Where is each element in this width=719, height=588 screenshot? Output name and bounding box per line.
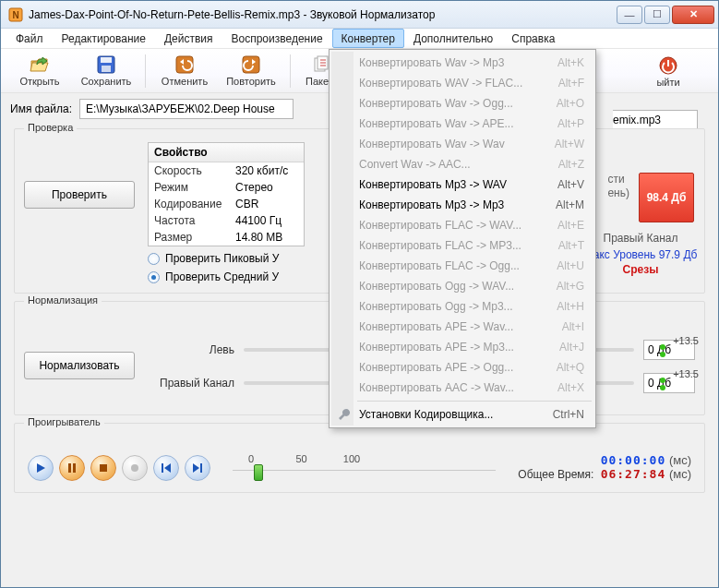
- play-button[interactable]: [28, 455, 54, 481]
- dd-wav-wav[interactable]: Конвертировать Wav -> WavAlt+W: [331, 134, 593, 154]
- menu-converter[interactable]: Конвертер: [332, 29, 404, 48]
- dd-aac-wav[interactable]: Конвертировать AAC -> Wav...Alt+X: [331, 378, 593, 398]
- redo-label: Повторить: [226, 76, 276, 87]
- svg-rect-14: [162, 463, 163, 473]
- menubar: Файл Редактирование Действия Воспроизвед…: [1, 29, 718, 49]
- radio-icon: [148, 271, 160, 283]
- radio-icon: [148, 253, 160, 265]
- svg-text:N: N: [12, 10, 18, 20]
- app-icon: N: [8, 7, 23, 22]
- right-hint: сти ень): [607, 173, 629, 200]
- titlebar: N James-Dax-Point-Of-No-Return-Pete-Bell…: [1, 1, 718, 29]
- dd-ape-ogg[interactable]: Конвертировать APE -> Ogg...Alt+Q: [331, 357, 593, 378]
- exit-label: ыйти: [656, 77, 679, 88]
- menu-actions[interactable]: Действия: [155, 29, 222, 48]
- svg-rect-15: [200, 463, 202, 473]
- time-current-row: 00:00:00 (мс): [518, 453, 691, 467]
- table-row: Скорость320 кбит/с: [149, 162, 304, 179]
- filename-suffix-box: emix.mp3: [613, 110, 698, 130]
- next-button[interactable]: [185, 455, 210, 481]
- player-group-label: Проигрыватель: [24, 416, 104, 427]
- undo-button[interactable]: Отменить: [151, 51, 218, 91]
- dd-wav-mp3[interactable]: Конвертировать Wav -> Mp3Alt+K: [331, 53, 593, 73]
- filename-suffix: emix.mp3: [613, 114, 661, 126]
- svg-rect-6: [243, 56, 259, 73]
- dd-mp3-wav[interactable]: Конвертировать Mp3 -> WAVAlt+V: [331, 174, 593, 195]
- menu-edit[interactable]: Редактирование: [53, 29, 155, 48]
- ruler-tick: 50: [295, 453, 306, 464]
- check-group-label: Проверка: [24, 122, 77, 133]
- normalize-group-label: Нормализация: [24, 294, 102, 306]
- radio-peak[interactable]: Проверить Пиковый У: [148, 252, 305, 265]
- normalize-button[interactable]: Нормализовать: [24, 352, 135, 379]
- time-total-row: Общее Время: 06:27:84 (мс): [518, 467, 691, 481]
- player-group: Проигрыватель 0 50 100: [14, 423, 705, 493]
- filename-input[interactable]: [79, 99, 294, 119]
- save-button[interactable]: Сохранить: [73, 51, 139, 91]
- menu-file[interactable]: Файл: [6, 29, 53, 48]
- redo-button[interactable]: Повторить: [218, 51, 284, 91]
- dd-flac-ogg[interactable]: Конвертировать FLAC -> Ogg...Alt+U: [331, 256, 593, 276]
- dd-wav-aac[interactable]: Convert Wav -> AAC...Alt+Z: [331, 154, 593, 174]
- exit-button[interactable]: ыйти: [635, 51, 701, 91]
- dd-ape-wav[interactable]: Конвертировать APE -> Wav...Alt+I: [331, 317, 593, 337]
- save-icon: [96, 54, 116, 75]
- wrench-icon: [337, 407, 352, 422]
- property-table: Свойство Скорость320 кбит/с РежимСтерео …: [148, 142, 305, 246]
- svg-rect-11: [73, 463, 76, 473]
- toolbar-sep: [145, 54, 146, 88]
- converter-dropdown: Конвертировать Wav -> Mp3Alt+K Конвертир…: [329, 49, 596, 428]
- svg-rect-3: [101, 57, 112, 63]
- dd-encoder-settings[interactable]: Установки Кодировщика...Ctrl+N: [331, 404, 593, 425]
- level-tile-right: 98.4 Дб: [639, 173, 694, 222]
- svg-rect-10: [68, 463, 71, 473]
- level-dots-icon: [660, 344, 665, 357]
- open-button[interactable]: Открыть: [6, 51, 73, 91]
- minimize-button[interactable]: —: [617, 6, 642, 24]
- check-button[interactable]: Проверить: [24, 181, 135, 209]
- close-button[interactable]: ✕: [672, 6, 714, 24]
- left-channel-label: Левь: [150, 343, 234, 356]
- filename-label: Имя файла:: [10, 102, 72, 115]
- window-buttons: — ☐ ✕: [615, 6, 714, 24]
- redo-icon: [241, 54, 261, 75]
- dd-ogg-wav[interactable]: Конвертировать Ogg -> WAV...Alt+G: [331, 276, 593, 296]
- window-title: James-Dax-Point-Of-No-Return-Pete-Bellis…: [29, 8, 615, 21]
- property-header: Свойство: [149, 143, 304, 162]
- svg-point-13: [131, 464, 138, 472]
- prev-button[interactable]: [153, 455, 179, 481]
- ruler-tick: 100: [343, 453, 360, 464]
- pause-button[interactable]: [59, 455, 85, 481]
- dd-ogg-mp3[interactable]: Конвертировать Ogg -> Mp3...Alt+H: [331, 296, 593, 317]
- progress-thumb-icon[interactable]: [254, 464, 263, 481]
- progress-ruler[interactable]: 0 50 100: [233, 444, 496, 481]
- app-window: N James-Dax-Point-Of-No-Return-Pete-Bell…: [0, 0, 719, 588]
- table-row: КодированиеCBR: [149, 196, 304, 212]
- dd-wav-ogg[interactable]: Конвертировать Wav -> Ogg...Alt+O: [331, 93, 593, 114]
- menu-play[interactable]: Воспроизведение: [222, 29, 332, 48]
- dd-ape-mp3[interactable]: Конвертировать APE -> Mp3...Alt+J: [331, 337, 593, 357]
- maximize-button[interactable]: ☐: [644, 6, 670, 24]
- dd-flac-mp3[interactable]: Конвертировать FLAC -> MP3...Alt+T: [331, 235, 593, 256]
- menu-help[interactable]: Справка: [502, 29, 564, 48]
- radio-average[interactable]: Проверить Средний У: [148, 270, 305, 283]
- svg-rect-4: [102, 66, 111, 72]
- level-dots-icon: [660, 378, 665, 390]
- stop-button[interactable]: [90, 455, 116, 481]
- svg-rect-12: [100, 464, 107, 472]
- open-label: Открыть: [19, 76, 59, 87]
- dd-wav-flac[interactable]: Конвертировать WAV -> FLAC...Alt+F: [331, 73, 593, 93]
- check-button-label: Проверить: [52, 188, 107, 201]
- dd-mp3-mp3[interactable]: Конвертировать Mp3 -> Mp3Alt+M: [331, 195, 593, 215]
- dd-flac-wav[interactable]: Конвертировать FLAC -> WAV...Alt+E: [331, 215, 593, 235]
- toolbar-sep-2: [290, 54, 291, 88]
- normalize-button-label: Нормализовать: [39, 359, 119, 372]
- slider-max-label: +13.5: [673, 335, 699, 346]
- slider-max-label: +13.5: [673, 368, 699, 379]
- dd-wav-ape[interactable]: Конвертировать Wav -> APE...Alt+P: [331, 114, 593, 134]
- folder-open-icon: [30, 54, 50, 75]
- ruler-tick: 0: [248, 453, 254, 464]
- undo-icon: [174, 54, 195, 75]
- menu-extra[interactable]: Дополнительно: [404, 29, 502, 48]
- record-button[interactable]: [122, 455, 148, 481]
